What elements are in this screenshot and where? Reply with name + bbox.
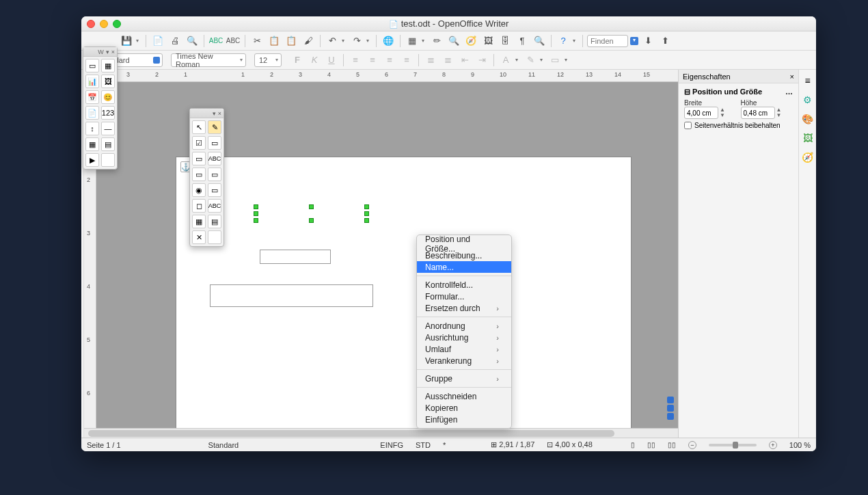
context-menu-item[interactable]: Ausschneiden (417, 390, 511, 402)
palette-icon[interactable]: ✎ (208, 120, 221, 134)
palette-icon[interactable]: ◻ (192, 199, 206, 213)
show-draw-icon[interactable]: ✏ (429, 34, 444, 49)
palette-icon[interactable]: ABC (208, 152, 221, 165)
data-sources-icon[interactable]: 🗄 (498, 34, 513, 49)
status-style[interactable]: Standard (208, 441, 239, 449)
dropdown-icon[interactable]: ▾ (342, 38, 347, 44)
palette-icon[interactable]: ◉ (192, 183, 206, 197)
resize-handle[interactable] (364, 204, 369, 209)
palette-icon[interactable]: ▦ (101, 59, 115, 72)
find-prev-icon[interactable]: ⬆ (657, 34, 673, 49)
save-icon[interactable]: 💾 (119, 34, 134, 49)
auto-spellcheck-icon[interactable]: ABC (226, 34, 241, 49)
context-menu-item[interactable]: Formular... (417, 291, 511, 302)
context-menu-item[interactable]: Einfügen (417, 414, 511, 425)
context-menu-item[interactable]: Ausrichtung (417, 332, 511, 343)
indent-increase-icon[interactable]: ⇥ (474, 53, 489, 68)
palette-icon[interactable]: ▭ (208, 183, 221, 197)
palette-icon[interactable]: ✕ (192, 230, 206, 244)
status-page[interactable]: Seite 1 / 1 (87, 441, 121, 449)
context-menu-item[interactable]: Ersetzen durch (417, 302, 511, 314)
dropdown-icon[interactable]: ▾ (515, 57, 521, 63)
italic-icon[interactable]: K (307, 53, 322, 68)
status-insert[interactable]: EINFG (380, 441, 403, 449)
print-icon[interactable]: 🖨 (167, 34, 182, 49)
palette-icon[interactable]: ▭ (208, 136, 221, 150)
export-pdf-icon[interactable]: 📄 (150, 34, 165, 49)
palette-icon[interactable]: ▦ (85, 137, 99, 151)
palette-icon[interactable]: 😊 (101, 90, 115, 104)
width-input[interactable] (684, 107, 718, 119)
align-left-icon[interactable]: ≡ (348, 53, 363, 68)
dropdown-icon[interactable]: ▾ (540, 57, 545, 63)
properties-deck-icon[interactable]: ⚙ (801, 93, 815, 107)
navigator-deck-icon[interactable]: 🧭 (801, 150, 815, 164)
spinner-arrows[interactable]: ▲▼ (776, 107, 783, 118)
zoom-icon[interactable]: 🔍 (532, 34, 547, 49)
zoom-slider[interactable] (709, 444, 757, 446)
context-menu[interactable]: Position und Größe...Beschreibung...Name… (416, 235, 512, 429)
nonprinting-icon[interactable]: ¶ (515, 34, 530, 49)
palette-icon[interactable]: ↕ (85, 122, 99, 135)
hyperlink-icon[interactable]: 🌐 (381, 34, 396, 49)
dropdown-icon[interactable]: ▾ (630, 37, 638, 45)
dropdown-icon[interactable]: ▾ (422, 38, 427, 44)
resize-handle[interactable] (254, 218, 258, 223)
palette-icon[interactable] (101, 153, 115, 167)
font-color-icon[interactable]: A (498, 53, 513, 68)
underline-icon[interactable]: U (324, 53, 339, 68)
document-page[interactable]: ⚓ (176, 157, 631, 428)
find-next-icon[interactable]: ⬇ (640, 34, 655, 49)
spellcheck-icon[interactable]: ABC (208, 34, 223, 49)
styles-deck-icon[interactable]: 🎨 (801, 112, 815, 126)
resize-handle[interactable] (254, 211, 258, 216)
horizontal-scrollbar[interactable] (84, 428, 678, 438)
paste-icon[interactable]: 📋 (284, 34, 299, 49)
floating-palette-form-controls[interactable]: ▾× ↖ ✎ ☑ ▭ ▭ ABC ▭ ▭ ◉ ▭ ◻ ABC ▦ ▤ ✕ (189, 108, 224, 247)
view-multi-icon[interactable]: ▯▯ (647, 441, 655, 449)
status-std[interactable]: STD (416, 441, 431, 449)
palette-icon[interactable]: ▦ (192, 215, 206, 228)
context-menu-item[interactable]: Verankerung (417, 355, 511, 366)
list-bullet-icon[interactable]: ≣ (440, 53, 455, 68)
palette-icon[interactable]: ↖ (192, 120, 206, 134)
dropdown-icon[interactable]: ▾ (136, 38, 141, 44)
keep-ratio-input[interactable] (684, 122, 692, 129)
selected-frame[interactable] (256, 207, 366, 220)
text-frame[interactable] (260, 250, 331, 264)
resize-handle[interactable] (309, 204, 314, 209)
bold-icon[interactable]: F (290, 53, 305, 68)
view-book-icon[interactable]: ▯▯ (668, 441, 676, 449)
palette-icon[interactable]: ▭ (85, 59, 99, 72)
context-menu-item[interactable]: Position und Größe... (417, 238, 511, 250)
palette-head[interactable]: ▾× (190, 109, 223, 118)
palette-icon[interactable]: ABC (208, 199, 221, 213)
palette-icon[interactable]: — (101, 122, 115, 135)
list-number-icon[interactable]: ≣ (423, 53, 438, 68)
resize-handle[interactable] (364, 211, 369, 216)
palette-icon[interactable]: ▶ (85, 153, 99, 167)
gallery-icon[interactable]: 🖼 (480, 34, 496, 49)
font-size-combo[interactable]: 12 (254, 53, 282, 67)
view-single-icon[interactable]: ▯ (631, 441, 635, 449)
palette-icon[interactable]: ▭ (208, 168, 221, 181)
palette-icon[interactable]: ▭ (192, 152, 206, 165)
spinner-arrows[interactable]: ▲▼ (720, 107, 727, 118)
context-menu-item[interactable]: Anordnung (417, 320, 511, 332)
dropdown-icon[interactable]: ▾ (565, 57, 570, 63)
align-right-icon[interactable]: ≡ (382, 53, 397, 68)
cut-icon[interactable]: ✂ (249, 34, 265, 49)
copy-icon[interactable]: 📋 (267, 34, 282, 49)
palette-icon[interactable]: ☑ (192, 136, 206, 150)
print-preview-icon[interactable]: 🔍 (185, 34, 200, 49)
window-maximize-icon[interactable] (113, 20, 121, 28)
text-frame[interactable] (210, 284, 373, 307)
format-paintbrush-icon[interactable]: 🖌 (301, 34, 316, 49)
font-name-combo[interactable]: Times New Roman (171, 53, 246, 67)
palette-icon[interactable]: 📅 (85, 90, 99, 104)
palette-icon[interactable]: 📊 (85, 75, 99, 88)
resize-handle[interactable] (254, 204, 258, 209)
align-center-icon[interactable]: ≡ (365, 53, 380, 68)
window-close-icon[interactable] (87, 20, 95, 28)
height-input[interactable] (741, 107, 775, 119)
